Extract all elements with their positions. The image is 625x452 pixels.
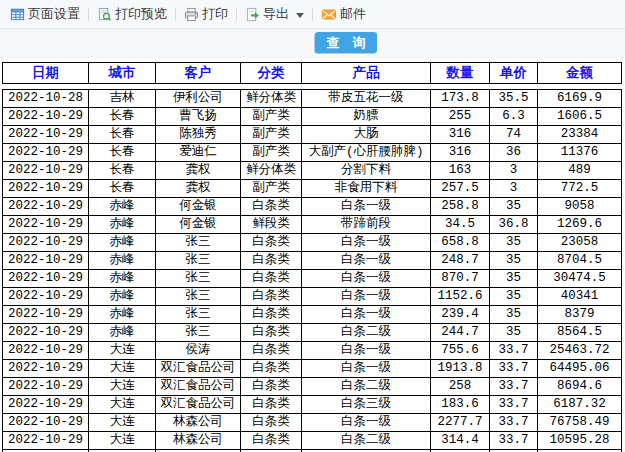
cell-quantity: 248.7 bbox=[431, 252, 490, 270]
cell-unit-price: 6.3 bbox=[490, 108, 538, 126]
cell-amount: 8694.6 bbox=[538, 378, 622, 396]
export-button[interactable]: 导出 bbox=[241, 5, 308, 23]
cell-date: 2022-10-29 bbox=[3, 126, 89, 144]
cell-product: 白条二级 bbox=[302, 378, 431, 396]
cell-product: 白条一级 bbox=[302, 252, 431, 270]
cell-category: 白条类 bbox=[241, 306, 302, 324]
cell-quantity: 755.6 bbox=[431, 342, 490, 360]
cell-category: 白条类 bbox=[241, 342, 302, 360]
cell-amount: 8704.5 bbox=[538, 252, 622, 270]
cell-city: 赤峰 bbox=[89, 234, 156, 252]
cell-date: 2022-10-29 bbox=[3, 252, 89, 270]
cell-product: 分割下料 bbox=[302, 162, 431, 180]
cell-quantity: 239.4 bbox=[431, 306, 490, 324]
toolbar-row: 页面设置 打印预览 bbox=[0, 0, 625, 29]
print-icon bbox=[184, 7, 199, 22]
cell-customer: 爱迪仁 bbox=[156, 144, 241, 162]
table-row: 2022-10-29长春陈独秀副产类大肠3167423384 bbox=[3, 126, 622, 144]
cell-product: 白条一级 bbox=[302, 288, 431, 306]
cell-quantity: 173.8 bbox=[431, 90, 490, 108]
cell-city: 赤峰 bbox=[89, 198, 156, 216]
cell-customer: 何金银 bbox=[156, 198, 241, 216]
cell-product: 带蹄前段 bbox=[302, 216, 431, 234]
column-header-date: 日期 bbox=[3, 63, 89, 84]
cell-unit-price: 3 bbox=[490, 162, 538, 180]
page-setup-button[interactable]: 页面设置 bbox=[6, 5, 84, 23]
table-row: 2022-10-29长春爱迪仁副产类大副产(心肝腰肺脾)3163611376 bbox=[3, 144, 622, 162]
cell-customer: 张三 bbox=[156, 234, 241, 252]
print-button[interactable]: 打印 bbox=[180, 5, 232, 23]
cell-product: 白条一级 bbox=[302, 360, 431, 378]
table-row: 2022-10-29赤峰张三白条类白条一级1152.63540341 bbox=[3, 288, 622, 306]
cell-product: 奶膘 bbox=[302, 108, 431, 126]
cell-customer: 张三 bbox=[156, 270, 241, 288]
page-setup-label: 页面设置 bbox=[28, 5, 80, 23]
table-row: 2022-10-29赤峰张三白条类白条一级658.83523058 bbox=[3, 234, 622, 252]
cell-amount: 8379 bbox=[538, 306, 622, 324]
cell-product: 白条二级 bbox=[302, 324, 431, 342]
cell-amount: 6169.9 bbox=[538, 90, 622, 108]
print-preview-label: 打印预览 bbox=[115, 5, 167, 23]
export-icon bbox=[245, 7, 260, 22]
cell-category: 白条类 bbox=[241, 360, 302, 378]
cell-quantity: 255 bbox=[431, 108, 490, 126]
cell-city: 大连 bbox=[89, 414, 156, 432]
cell-date: 2022-10-29 bbox=[3, 108, 89, 126]
cell-product: 非食用下料 bbox=[302, 180, 431, 198]
header-row: 日期城市客户分类产品数量单价金额 bbox=[3, 63, 622, 84]
cell-city: 赤峰 bbox=[89, 252, 156, 270]
cell-date: 2022-10-29 bbox=[3, 198, 89, 216]
cell-city: 赤峰 bbox=[89, 288, 156, 306]
cell-category: 白条类 bbox=[241, 234, 302, 252]
table-row: 2022-10-29赤峰张三白条类白条一级239.4358379 bbox=[3, 306, 622, 324]
toolbar-separator bbox=[88, 8, 89, 21]
mail-icon bbox=[321, 7, 337, 22]
cell-unit-price: 35 bbox=[490, 234, 538, 252]
cell-city: 大连 bbox=[89, 396, 156, 414]
cell-date: 2022-10-29 bbox=[3, 216, 89, 234]
cell-category: 白条类 bbox=[241, 378, 302, 396]
cell-category: 白条类 bbox=[241, 432, 302, 450]
toolbar: 页面设置 打印预览 bbox=[0, 0, 625, 58]
cell-amount: 10595.28 bbox=[538, 432, 622, 450]
cell-amount: 40341 bbox=[538, 288, 622, 306]
cell-customer: 伊利公司 bbox=[156, 90, 241, 108]
cell-amount: 11376 bbox=[538, 144, 622, 162]
report-data-table: 2022-10-28吉林伊利公司鲜分体类带皮五花一级173.835.56169.… bbox=[2, 89, 622, 452]
column-header-customer: 客户 bbox=[156, 63, 241, 84]
cell-unit-price: 35 bbox=[490, 270, 538, 288]
cell-date: 2022-10-29 bbox=[3, 378, 89, 396]
query-button[interactable]: 查 询 bbox=[315, 32, 377, 53]
table-row: 2022-10-29赤峰张三白条类白条一级870.73530474.5 bbox=[3, 270, 622, 288]
table-row: 2022-10-29大连林森公司白条类白条二级314.433.710595.28 bbox=[3, 432, 622, 450]
cell-product: 带皮五花一级 bbox=[302, 90, 431, 108]
cell-quantity: 244.7 bbox=[431, 324, 490, 342]
cell-customer: 曹飞扬 bbox=[156, 108, 241, 126]
cell-amount: 9058 bbox=[538, 198, 622, 216]
cell-product: 白条二级 bbox=[302, 432, 431, 450]
print-preview-icon bbox=[97, 7, 112, 22]
cell-quantity: 1913.8 bbox=[431, 360, 490, 378]
cell-date: 2022-10-29 bbox=[3, 414, 89, 432]
cell-amount: 1606.5 bbox=[538, 108, 622, 126]
table-row: 2022-10-28吉林伊利公司鲜分体类带皮五花一级173.835.56169.… bbox=[3, 90, 622, 108]
cell-unit-price: 3 bbox=[490, 180, 538, 198]
cell-quantity: 258 bbox=[431, 378, 490, 396]
cell-city: 长春 bbox=[89, 162, 156, 180]
column-header-category: 分类 bbox=[241, 63, 302, 84]
table-row: 2022-10-29赤峰何金银白条类白条一级258.8359058 bbox=[3, 198, 622, 216]
chevron-down-icon[interactable] bbox=[296, 13, 304, 18]
print-preview-button[interactable]: 打印预览 bbox=[93, 5, 171, 23]
column-header-amount: 金额 bbox=[538, 63, 622, 84]
cell-quantity: 314.4 bbox=[431, 432, 490, 450]
cell-city: 长春 bbox=[89, 180, 156, 198]
cell-customer: 双汇食品公司 bbox=[156, 378, 241, 396]
cell-customer: 陈独秀 bbox=[156, 126, 241, 144]
cell-category: 白条类 bbox=[241, 198, 302, 216]
mail-button[interactable]: 邮件 bbox=[317, 5, 370, 23]
cell-city: 大连 bbox=[89, 342, 156, 360]
cell-amount: 64495.06 bbox=[538, 360, 622, 378]
cell-customer: 侯涛 bbox=[156, 342, 241, 360]
cell-amount: 30474.5 bbox=[538, 270, 622, 288]
cell-date: 2022-10-29 bbox=[3, 342, 89, 360]
